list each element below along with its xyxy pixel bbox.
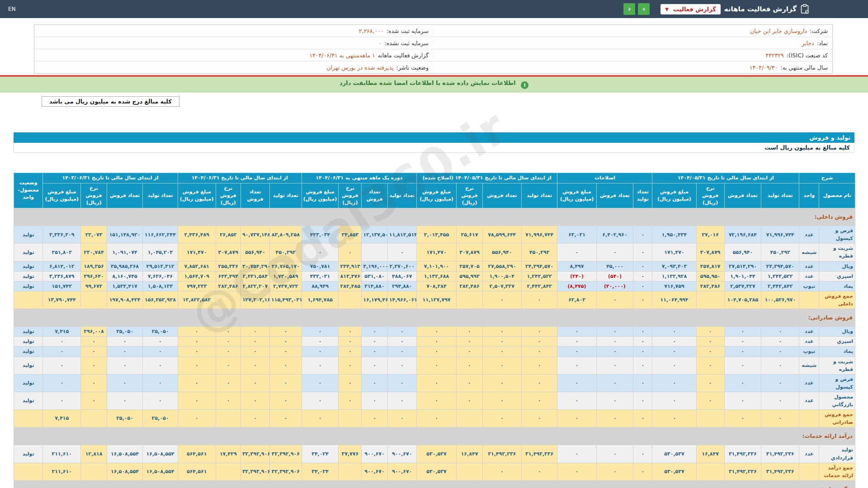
- col-adj-2: مبلغ فروش (میلیون ریال): [557, 183, 596, 208]
- cell-g06-1: ۰: [241, 327, 269, 337]
- cell-g05-1: ۰: [724, 357, 761, 374]
- cell-g05-2: ۲۷,۰۱۶: [696, 226, 724, 244]
- field-label: شرکت:: [810, 28, 828, 34]
- cell-g05-3: ۰: [652, 357, 696, 374]
- cell-g03-2: ۰: [81, 347, 107, 357]
- cell-g05-3: ۷۱۶,۷۵۹: [652, 281, 696, 291]
- product-unit: تیوپ: [799, 281, 819, 291]
- report-type-dropdown[interactable]: گزارش فعالیت ▼: [660, 4, 720, 14]
- cell-g05adj-2: ۳۰۷,۸۷۹: [457, 244, 482, 261]
- cell-g03-1: ۸,۱۶۰,۷۴۵: [107, 271, 143, 281]
- cell-g03-1: ۱۹۷,۹۰۸,۴۲۴: [107, 291, 143, 309]
- cell-g05-1: ۰: [724, 327, 761, 337]
- cell-g05adj-3: ۰: [416, 327, 456, 337]
- cell-period-1: ۹۰۰,۶۷۰: [362, 445, 387, 463]
- product-name: اسپري: [819, 271, 855, 281]
- cell-g05adj-2: [457, 291, 482, 309]
- cell-period-0: ۰: [387, 337, 416, 347]
- cell-g03-2: ۳۹۶,۶۴۰: [81, 271, 107, 281]
- cell-g03-1: ۰: [107, 392, 143, 409]
- cell-g05adj-2: ۲۸۲,۴۸۶: [457, 281, 482, 291]
- col-g05adj-2: نرخ فروش (ریال): [457, 183, 482, 208]
- cell-g03-1: ۱,۵۲۲,۴۱۷: [107, 281, 143, 291]
- cell-g05adj-1: ۰: [482, 392, 521, 409]
- product-name: اسپري: [819, 337, 855, 347]
- product-name: محصول بازرگاني: [819, 392, 855, 409]
- company-field: کد صنعت (ISIC): ۴۳۲۳۲۹: [433, 52, 832, 59]
- col-group-adj: اصلاحات: [557, 173, 652, 183]
- cell-adj-1: ۴۵,۰۰۰: [596, 261, 633, 271]
- col-g03-3: مبلغ فروش (میلیون ریال): [43, 183, 81, 208]
- product-name: تولید قراردادي: [819, 445, 855, 463]
- cell-g05adj-1: ۰: [482, 337, 521, 347]
- company-info-row: نماد: دجابر سرمایه ثبت نشده: ۰: [34, 37, 832, 49]
- cell-g05adj-3: ۵۳۰,۵۳۷: [416, 445, 456, 463]
- cell-g05-2: ۱۶,۸۴۷: [696, 445, 724, 463]
- product-name: ویال: [819, 261, 855, 271]
- cell-period-3: ۸۸,۹۴۹: [302, 281, 339, 291]
- cell-g03-0: ۱,۰۴۵,۲۰۳: [143, 244, 178, 261]
- company-field: سال مالی منتهی به: ۱۴۰۴/۰۹/۳۰: [433, 64, 832, 71]
- col-group-g06: از ابتدای سال مالی تا تاریخ ۱۴۰۴/۰۶/۳۱: [178, 173, 302, 183]
- cell-g05-0: ۰: [761, 347, 799, 357]
- language-toggle-en[interactable]: EN: [8, 6, 16, 12]
- cell-g06-1: ۳۲,۳۹۲,۹۰۶: [241, 445, 269, 463]
- cell-g05adj-1: ۱,۹۰۰,۵۰۴: [482, 271, 521, 281]
- cell-period-2: ۰: [339, 374, 362, 392]
- product-name: جمع فروش صادراتی: [819, 409, 855, 427]
- cell-g05adj-0: ۳۱,۴۹۲,۲۳۶: [521, 445, 557, 463]
- cell-g03-0: ۰: [143, 347, 178, 357]
- cell-g06-1: ۰: [241, 374, 269, 392]
- col-group-g05: از ابتدای سال مالی تا تاریخ ۱۴۰۴/۰۵/۳۱: [652, 173, 799, 183]
- cell-g05-2: [696, 409, 724, 427]
- cell-adj-2: ۰: [557, 374, 596, 392]
- cell-g05-3: ۰: [652, 409, 696, 427]
- cell-g05-0: ۰: [761, 392, 799, 409]
- col-g06-1: تعداد فروش: [241, 183, 269, 208]
- cell-g03-2: ۰: [81, 374, 107, 392]
- cell-g06-3: ۰: [178, 409, 216, 427]
- cell-g05adj-3: ۲,۰۱۳,۴۵۵: [416, 226, 456, 244]
- cell-g05-1: ۰: [724, 337, 761, 347]
- cell-period-2: [339, 409, 362, 427]
- cell-g06-3: ۵۶۴,۵۶۱: [178, 445, 216, 463]
- clipboard-report-icon: [800, 4, 809, 14]
- cell-g05adj-1: ۵۵۶,۹۴۰: [482, 244, 521, 261]
- col-g06-3: مبلغ فروش (میلیون ریال): [178, 183, 216, 208]
- cell-g05-2: [696, 291, 724, 309]
- cell-g05-3: ۱۱,۰۶۴,۹۹۴: [652, 291, 696, 309]
- top-header-bar: گزارش فعالیت ماهانه گزارش فعالیت ▼ › ‹ E…: [0, 0, 868, 18]
- col-g03-2: نرخ فروش (ریال): [81, 183, 107, 208]
- col-group-g03: از ابتدای سال مالی تا تاریخ ۱۴۰۳/۰۶/۳۱: [43, 173, 178, 183]
- cell-g05adj-3: ۵۳۰,۵۳۷: [416, 463, 456, 480]
- cell-g05-1: ۰: [724, 374, 761, 392]
- cell-g05-3: ۰: [652, 347, 696, 357]
- cell-period-1: ۰: [362, 327, 387, 337]
- cell-period-3: ۰: [302, 409, 339, 427]
- cell-g03-3: ۳,۳۳۶,۳۰۹: [43, 226, 81, 244]
- cell-g05adj-3: ۰: [416, 347, 456, 357]
- product-status: تولید: [14, 226, 43, 244]
- cell-g06-0: ۴۵۰,۲۹۲: [269, 244, 302, 261]
- cell-adj-1: ۰: [596, 327, 633, 337]
- cell-g05-1: ۱,۹۰۱,۰۴۴: [724, 271, 761, 281]
- cell-g03-1: ۱۶,۵۰۸,۵۵۴: [107, 463, 143, 480]
- cell-adj-2: ۰: [557, 244, 596, 261]
- cell-g05-2: [696, 463, 724, 480]
- company-info-row: شرکت: داروسازي جابر ابن حيان سرمایه ثبت …: [34, 25, 832, 37]
- cell-g06-1: ۰: [241, 409, 269, 427]
- company-field: گزارش فعالیت ماهانه ۱ ماهه‌منتهی به ۱۴۰۴…: [34, 52, 433, 59]
- product-name: جمع فروش داخلی: [819, 291, 855, 309]
- header-right-group: گزارش فعالیت ماهانه گزارش فعالیت ▼ › ‹: [623, 3, 809, 15]
- nav-forward-button[interactable]: ›: [638, 3, 650, 15]
- cell-g03-3: ۲۱۱,۶۱۰: [43, 463, 81, 480]
- section-subtitle-amounts: کلیه مبالغ به میلیون ریال است: [14, 143, 854, 153]
- cell-g05-2: ۲۵۷,۸۱۷: [696, 261, 724, 271]
- nav-back-button[interactable]: ‹: [623, 3, 635, 15]
- cell-g06-1: ۲,۸۲۲,۲۰۷: [241, 281, 269, 291]
- cell-g06-2: ۳۰۷,۸۷۹: [216, 244, 241, 261]
- cell-g05adj-2: [457, 409, 482, 427]
- cell-g05-1: ۳۱,۴۹۲,۲۳۶: [724, 463, 761, 480]
- cell-g05adj-1: ۰: [482, 409, 521, 427]
- cell-g06-1: ۰: [241, 357, 269, 374]
